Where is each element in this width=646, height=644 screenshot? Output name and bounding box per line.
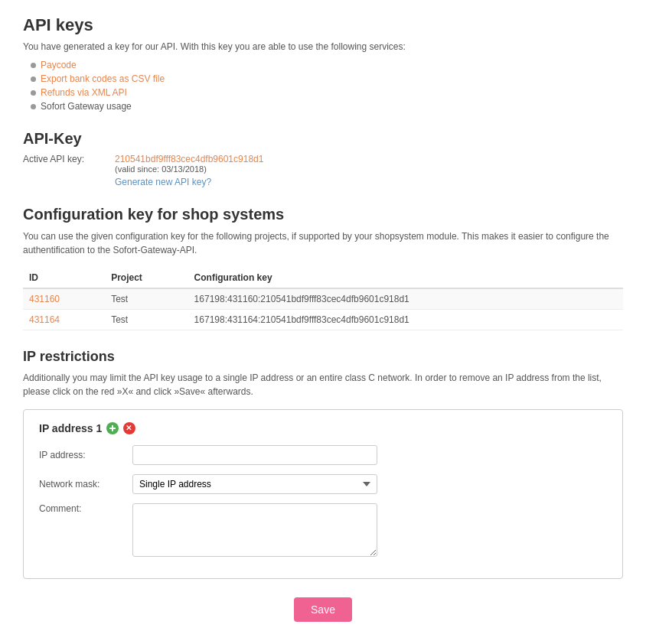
config-intro: You can use the given configuration key … [23,229,623,257]
add-ip-icon[interactable] [106,422,119,434]
table-row: 431164Test167198:431164:210541bdf9fff83c… [23,310,623,330]
col-project: Project [105,268,188,288]
list-item: Export bank codes as CSV file [31,73,623,84]
ip-address-row: IP address: [39,445,607,465]
list-item: Paycode [31,60,623,70]
row-project: Test [105,310,188,330]
api-keys-section: API keys You have generated a key for ou… [23,15,623,112]
network-mask-row: Network mask: Single IP addressClass C n… [39,474,607,494]
api-keys-title: API keys [23,15,623,35]
api-key-row: Active API key: 210541bdf9fff83cec4dfb96… [23,154,623,187]
ip-address-input[interactable] [132,445,377,465]
api-key-title: API-Key [23,130,623,148]
active-api-key-label: Active API key: [23,154,100,164]
api-key-text: 210541bdf9fff83cec4dfb9601c918d1 [115,154,263,164]
api-key-section: API-Key Active API key: 210541bdf9fff83c… [23,130,623,187]
ip-box-title: IP address 1 [39,422,607,434]
generate-new-link[interactable]: Generate new API key? [115,177,263,187]
col-config-key: Configuration key [188,268,623,288]
config-table: ID Project Configuration key 431160Test1… [23,268,623,330]
api-keys-intro: You have generated a key for our API. Wi… [23,41,623,52]
paycode-link[interactable]: Paycode [41,60,77,70]
config-key-section: Configuration key for shop systems You c… [23,206,623,330]
ip-restrictions-section: IP restrictions Additionally you may lim… [23,349,623,579]
api-key-value-block: 210541bdf9fff83cec4dfb9601c918d1 (valid … [115,154,263,187]
project-id-link[interactable]: 431164 [29,314,60,325]
ip-address-label: IP address: [39,450,123,460]
comment-row: Comment: [39,503,607,557]
ip-address-box: IP address 1 IP address: Network mask: S… [23,409,623,579]
col-id: ID [23,268,105,288]
row-config-key: 167198:431160:210541bdf9fff83cec4dfb9601… [188,288,623,310]
valid-since-text: (valid since: 03/13/2018) [115,164,263,174]
config-section-title: Configuration key for shop systems [23,206,623,223]
ip-restrictions-intro: Additionally you may limit the API key u… [23,371,623,398]
row-config-key: 167198:431164:210541bdf9fff83cec4dfb9601… [188,310,623,330]
save-container: Save [23,597,623,622]
refunds-link[interactable]: Refunds via XML API [41,87,127,98]
list-item: Refunds via XML API [31,87,623,98]
export-link[interactable]: Export bank codes as CSV file [41,73,165,84]
list-item: Sofort Gateway usage [31,101,623,112]
row-project: Test [105,288,188,310]
table-header-row: ID Project Configuration key [23,268,623,288]
row-id: 431160 [23,288,105,310]
row-id: 431164 [23,310,105,330]
save-button[interactable]: Save [294,597,352,622]
network-mask-label: Network mask: [39,479,123,490]
network-mask-select[interactable]: Single IP addressClass C network [132,474,377,494]
table-row: 431160Test167198:431160:210541bdf9fff83c… [23,288,623,310]
remove-ip-icon[interactable] [123,422,135,434]
services-list: Paycode Export bank codes as CSV file Re… [23,60,623,112]
project-id-link[interactable]: 431160 [29,294,60,304]
comment-textarea[interactable] [132,503,377,557]
ip-restrictions-title: IP restrictions [23,349,623,365]
comment-label: Comment: [39,503,123,514]
